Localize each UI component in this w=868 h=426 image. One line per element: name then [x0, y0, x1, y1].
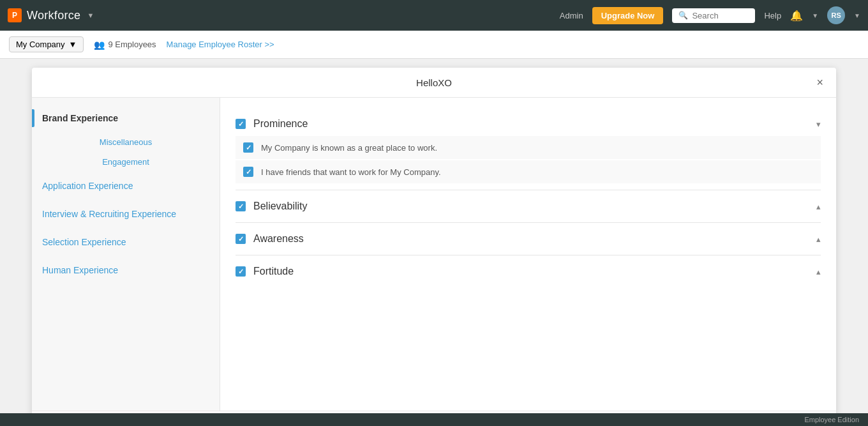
chevron-bell-icon: ▼: [812, 12, 818, 19]
believability-checkbox[interactable]: [236, 201, 246, 211]
sidebar-selection-label[interactable]: Selection Experience: [42, 234, 207, 250]
section-awareness: Awareness ▴: [236, 223, 821, 255]
sidebar-interview-label[interactable]: Interview & Recruiting Experience: [42, 206, 207, 222]
awareness-checkbox[interactable]: [236, 234, 246, 244]
help-label[interactable]: Help: [764, 11, 781, 20]
avatar-chevron-icon: ▼: [854, 12, 860, 19]
awareness-title: Awareness: [253, 233, 304, 245]
sub-item-text-2: I have friends that want to work for My …: [261, 167, 441, 177]
section-believability: Believability ▴: [236, 190, 821, 223]
fortitude-chevron-icon: ▴: [816, 267, 821, 277]
main-area: HelloXO × Brand Experience Miscellaneous…: [0, 59, 868, 426]
modal-title: HelloXO: [304, 77, 564, 88]
employees-count: 👥 9 Employees: [94, 40, 156, 50]
sidebar-section-application: Application Experience: [32, 172, 220, 200]
sidebar-section-selection: Selection Experience: [32, 228, 220, 256]
prominence-sub-items: My Company is known as a great place to …: [236, 136, 821, 183]
sidebar-section-human: Human Experience: [32, 256, 220, 284]
sub-item-text-1: My Company is known as a great place to …: [261, 143, 437, 153]
status-bar: Employee Edition: [0, 413, 868, 426]
subbar: My Company ▼ 👥 9 Employees Manage Employ…: [0, 31, 868, 59]
sidebar-item-miscellaneous[interactable]: Miscellaneous: [32, 132, 220, 152]
awareness-chevron-icon: ▴: [816, 234, 821, 244]
modal-body: Brand Experience Miscellaneous Engagemen…: [32, 98, 836, 411]
bell-icon[interactable]: 🔔: [790, 10, 803, 22]
employees-count-label: 9 Employees: [108, 40, 156, 49]
sidebar-nav: Brand Experience Miscellaneous Engagemen…: [32, 98, 220, 411]
sub-item-checkbox-1[interactable]: [243, 142, 253, 153]
list-item: My Company is known as a great place to …: [236, 136, 821, 159]
prominence-chevron-icon: ▾: [816, 119, 821, 129]
sidebar-human-label[interactable]: Human Experience: [42, 262, 207, 278]
section-believability-header[interactable]: Believability ▴: [236, 197, 821, 216]
company-label: My Company: [16, 40, 65, 49]
section-awareness-header[interactable]: Awareness ▴: [236, 229, 821, 248]
status-label: Employee Edition: [804, 416, 859, 423]
sidebar-item-engagement[interactable]: Engagement: [32, 152, 220, 172]
prominence-title: Prominence: [253, 118, 308, 130]
admin-label: Admin: [560, 11, 583, 20]
company-chevron-icon: ▼: [69, 40, 77, 49]
modal-close-button[interactable]: ×: [817, 77, 824, 88]
believability-title: Believability: [253, 201, 307, 212]
believability-header-left: Believability: [236, 201, 307, 212]
believability-chevron-icon: ▴: [816, 202, 821, 211]
fortitude-title: Fortitude: [253, 266, 294, 277]
manage-roster-link[interactable]: Manage Employee Roster >>: [167, 40, 274, 49]
section-prominence-header[interactable]: Prominence ▾: [236, 114, 821, 133]
list-item: I have friends that want to work for My …: [236, 160, 821, 183]
nav-left: P Workforce ▼: [8, 8, 94, 22]
content-area: Prominence ▾ My Company is known as a gr…: [220, 98, 836, 411]
search-box: 🔍: [672, 8, 755, 23]
brand-name: Workforce: [27, 9, 80, 22]
app-logo: P: [8, 8, 22, 22]
upgrade-button[interactable]: Upgrade Now: [592, 7, 664, 24]
search-icon: 🔍: [678, 11, 688, 20]
top-navigation: P Workforce ▼ Admin Upgrade Now 🔍 Help 🔔…: [0, 0, 868, 31]
section-fortitude-header[interactable]: Fortitude ▴: [236, 262, 821, 281]
fortitude-header-left: Fortitude: [236, 266, 294, 277]
fortitude-checkbox[interactable]: [236, 266, 246, 277]
sidebar-application-label[interactable]: Application Experience: [42, 178, 207, 194]
modal-header: HelloXO ×: [32, 68, 836, 98]
sub-item-checkbox-2[interactable]: [243, 167, 253, 177]
employees-icon: 👥: [94, 40, 105, 50]
avatar[interactable]: RS: [827, 6, 845, 24]
sidebar-brand-label[interactable]: Brand Experience: [42, 110, 207, 126]
modal-card: HelloXO × Brand Experience Miscellaneous…: [32, 68, 836, 426]
awareness-header-left: Awareness: [236, 233, 304, 245]
prominence-header-left: Prominence: [236, 118, 308, 130]
search-input[interactable]: [692, 11, 743, 20]
sidebar-section-interview: Interview & Recruiting Experience: [32, 200, 220, 228]
sidebar-section-brand: Brand Experience: [32, 104, 220, 132]
company-selector-button[interactable]: My Company ▼: [9, 36, 84, 52]
prominence-checkbox[interactable]: [236, 119, 246, 129]
section-fortitude: Fortitude ▴: [236, 255, 821, 287]
brand-chevron-icon[interactable]: ▼: [87, 11, 94, 19]
section-prominence: Prominence ▾ My Company is known as a gr…: [236, 108, 821, 190]
nav-right: Admin Upgrade Now 🔍 Help 🔔 ▼ RS ▼: [560, 6, 860, 24]
